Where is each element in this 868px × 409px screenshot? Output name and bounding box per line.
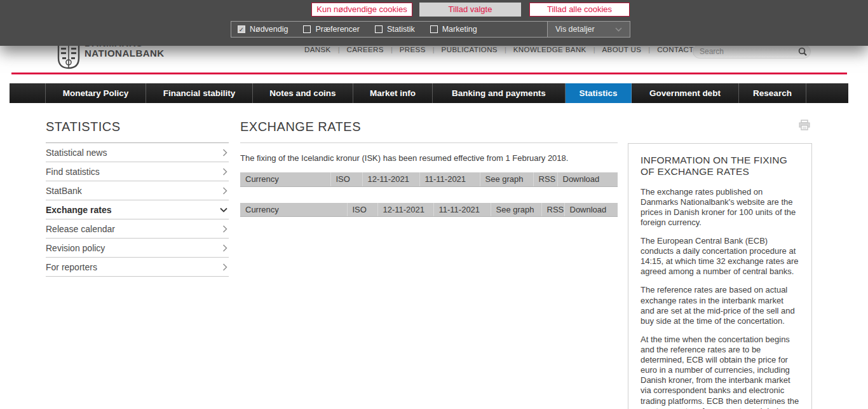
sidebar-item-label: Statistical news: [46, 148, 107, 158]
sidebar-item-revision-policy[interactable]: Revision policy: [46, 239, 229, 258]
main-nav: Monetary PolicyFinancial stabilityNotes …: [10, 83, 848, 103]
chevron-right-icon: [222, 225, 229, 233]
column-header-11-11-2021: 11-11-2021: [419, 172, 480, 186]
cookie-option-pr-ferencer[interactable]: Præferencer: [303, 25, 359, 34]
chevron-down-icon: [615, 25, 622, 34]
nav-tab-government-debt[interactable]: Government debt: [632, 83, 739, 103]
print-icon[interactable]: [799, 120, 810, 130]
column-header-rss: RSS: [533, 172, 557, 186]
info-box-title: INFORMATION ON THE FIXING OF EXCHANGE RA…: [641, 155, 799, 178]
chevron-right-icon: [222, 187, 229, 195]
nav-tab-research[interactable]: Research: [739, 83, 806, 103]
sidebar-item-release-calendar[interactable]: Release calendar: [46, 219, 229, 239]
sidebar-item-statistical-news[interactable]: Statistical news: [46, 143, 229, 162]
checkbox-checked-icon[interactable]: ✓: [238, 25, 245, 33]
chevron-right-icon: [222, 149, 229, 156]
sidebar-item-label: For reporters: [46, 262, 97, 272]
column-header-rss: RSS: [541, 203, 564, 217]
search-input[interactable]: [700, 47, 798, 56]
sidebar-item-statbank[interactable]: StatBank: [46, 181, 229, 200]
search-box: [693, 45, 811, 59]
column-header-download: Download: [564, 203, 618, 217]
header-link-dansk[interactable]: DANSK: [297, 46, 338, 53]
search-icon[interactable]: [798, 47, 807, 56]
info-paragraph-3: The reference rates are based on actual …: [641, 285, 799, 326]
nav-tab-statistics[interactable]: Statistics: [566, 83, 632, 103]
sidebar-item-label: Find statistics: [46, 167, 100, 177]
header-nav: DANSK|CAREERS|PRESS|PUBLICATIONS|KNOWLED…: [297, 45, 701, 55]
exchange-rates-table-1: CurrencyISO12-11-202111-11-2021See graph…: [240, 172, 618, 187]
cookie-option-label: Statistik: [387, 25, 415, 34]
cookie-details-toggle[interactable]: Vis detaljer: [547, 22, 630, 37]
chevron-down-icon: [220, 207, 229, 212]
column-header-see-graph: See graph: [480, 172, 533, 186]
checkbox-unchecked-icon[interactable]: [430, 25, 438, 33]
cookies-necessary-only-button[interactable]: Kun nødvendige cookies: [311, 3, 412, 17]
cookie-option-marketing[interactable]: Marketing: [430, 25, 477, 34]
main-content: EXCHANGE RATES The fixing of the Iceland…: [240, 120, 618, 217]
column-header-currency: Currency: [240, 172, 330, 186]
checkbox-unchecked-icon[interactable]: [303, 25, 311, 33]
header-link-careers[interactable]: CAREERS: [339, 46, 390, 53]
main-nav-home-segment[interactable]: [10, 83, 46, 103]
column-header-see-graph: See graph: [491, 203, 541, 217]
info-paragraph-2: The European Central Bank (ECB) conducts…: [641, 236, 799, 277]
nav-tab-monetary-policy[interactable]: Monetary Policy: [46, 83, 146, 103]
nav-tab-notes-and-coins[interactable]: Notes and coins: [253, 83, 353, 103]
cookie-details-label: Vis detaljer: [555, 25, 595, 34]
cookie-banner: Kun nødvendige cookies Tillad valgte Til…: [0, 0, 868, 46]
nav-tab-banking-and-payments[interactable]: Banking and payments: [433, 83, 566, 103]
column-header-iso: ISO: [347, 203, 377, 217]
header-link-press[interactable]: PRESS: [393, 46, 433, 53]
info-paragraph-4: At the time when the concertation begins…: [641, 335, 799, 409]
column-header-iso: ISO: [330, 172, 362, 186]
sidebar-item-label: Revision policy: [46, 243, 105, 253]
nav-tab-financial-stability[interactable]: Financial stability: [146, 83, 253, 103]
logo-line2: NATIONALBANK: [85, 48, 165, 59]
main-nav-filler: [806, 83, 848, 103]
info-box-body: The exchange rates published on Danmarks…: [641, 187, 799, 409]
sidebar-item-label: Exchange rates: [46, 205, 112, 215]
column-header-currency: Currency: [240, 203, 347, 217]
sidebar: STATISTICS Statistical newsFind statisti…: [46, 120, 229, 277]
chevron-right-icon: [222, 263, 229, 271]
chevron-right-icon: [222, 168, 229, 176]
chevron-right-icon: [222, 244, 229, 252]
cookie-checkbox-bar: ✓NødvendigPræferencerStatistikMarketing …: [231, 21, 630, 38]
sidebar-item-find-statistics[interactable]: Find statistics: [46, 162, 229, 181]
exchange-rates-table-2: CurrencyISO12-11-202111-11-2021See graph…: [240, 203, 618, 218]
header-link-publications[interactable]: PUBLICATIONS: [435, 46, 505, 53]
cookie-option-label: Nødvendig: [250, 25, 288, 34]
cookies-allow-all-button[interactable]: Tillad alle cookies: [529, 3, 630, 17]
sidebar-item-for-reporters[interactable]: For reporters: [46, 258, 229, 277]
cookie-option-statistik[interactable]: Statistik: [375, 25, 415, 34]
checkbox-unchecked-icon[interactable]: [375, 25, 383, 33]
cookie-option-label: Marketing: [442, 25, 477, 34]
cookie-option-label: Præferencer: [315, 25, 359, 34]
intro-text: The fixing of the Icelandic kronur (ISK)…: [240, 153, 618, 163]
sidebar-item-label: Release calendar: [46, 224, 115, 234]
nav-tab-market-info[interactable]: Market info: [353, 83, 433, 103]
brand-red-divider: [11, 73, 847, 74]
info-paragraph-1: The exchange rates published on Danmarks…: [641, 187, 799, 228]
sidebar-item-exchange-rates[interactable]: Exchange rates: [46, 200, 229, 219]
column-header-12-11-2021: 12-11-2021: [362, 172, 419, 186]
sidebar-title: STATISTICS: [46, 120, 229, 143]
cookies-allow-selected-button[interactable]: Tillad valgte: [419, 3, 521, 17]
header-link-about-us[interactable]: ABOUT US: [595, 46, 649, 53]
header-link-knowledge-bank[interactable]: KNOWLEDGE BANK: [506, 46, 593, 53]
column-header-11-11-2021: 11-11-2021: [433, 203, 491, 217]
column-header-download: Download: [557, 172, 618, 186]
page-title: EXCHANGE RATES: [240, 120, 618, 143]
column-header-12-11-2021: 12-11-2021: [377, 203, 433, 217]
cookie-option-n-dvendig[interactable]: ✓Nødvendig: [238, 25, 288, 34]
info-box: INFORMATION ON THE FIXING OF EXCHANGE RA…: [628, 143, 812, 409]
sidebar-item-label: StatBank: [46, 186, 82, 196]
sidebar-menu: Statistical newsFind statisticsStatBankE…: [46, 143, 229, 277]
